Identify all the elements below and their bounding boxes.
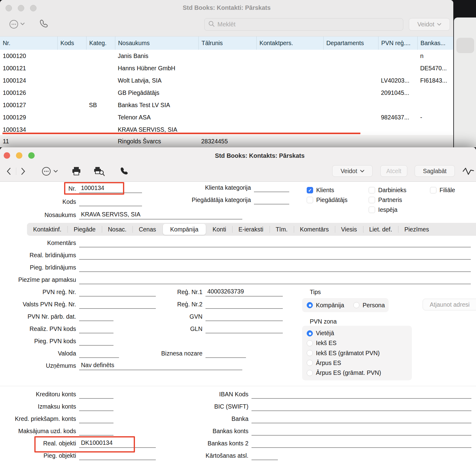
table-row[interactable]: 1000129Telenor ASA9824637...- <box>0 111 453 123</box>
window-close-button[interactable] <box>6 5 12 11</box>
tab-viesis[interactable]: Viesis <box>335 223 363 236</box>
forward-icon[interactable] <box>20 167 26 176</box>
reg-nr2-input[interactable] <box>205 300 283 309</box>
realiz-pvn-input[interactable] <box>79 325 113 333</box>
column-header-kateg[interactable]: Kateg. <box>86 37 115 50</box>
gln-input[interactable] <box>205 325 283 333</box>
save-button[interactable]: Saglabāt <box>415 165 455 177</box>
tab-tim[interactable]: Tīm. <box>270 223 294 236</box>
window-minimize-button[interactable] <box>18 5 24 11</box>
column-header-kods[interactable]: Kods <box>57 37 86 50</box>
print-preview-icon[interactable] <box>93 166 106 177</box>
section-divider <box>0 386 476 386</box>
radio-arpus-es-gramat[interactable]: Ārpus ES (grāmat. PVN) <box>307 369 412 376</box>
radio-persona[interactable]: Persona <box>353 302 385 309</box>
piegadataja-kategorija-input[interactable] <box>254 196 289 204</box>
piezime-par-apmaksu-input[interactable] <box>79 276 471 284</box>
checkbox-partneris[interactable]: Partneris <box>369 196 402 204</box>
table-header: Nr. Kods Kateg. Nosaukums Tālrunis Konta… <box>0 36 453 50</box>
column-header-pvn-reg[interactable]: PVN reģ.... <box>378 37 417 50</box>
radio-kompanija[interactable]: Kompānija <box>307 302 344 309</box>
search-field[interactable] <box>204 18 403 31</box>
pieg-objekti-input[interactable] <box>79 452 156 460</box>
activity-icon[interactable] <box>463 167 474 175</box>
table-row[interactable]: 11Ringolds Švarcs28324455 <box>0 135 453 147</box>
create-button[interactable]: Veidot <box>409 18 450 31</box>
tab-liet-def[interactable]: Liet. def. <box>363 223 398 236</box>
radio-ieks-es[interactable]: Iekš ES <box>307 340 412 347</box>
search-input[interactable] <box>217 21 399 28</box>
kods-input[interactable] <box>79 198 142 206</box>
create-button[interactable]: Veidot <box>332 165 373 177</box>
valoda-input[interactable] <box>79 349 119 358</box>
checkbox-iespeja[interactable]: Iespēja <box>369 206 397 213</box>
printer-icon[interactable] <box>71 166 82 176</box>
tab-e-ieraksti[interactable]: E-ieraksti <box>232 223 269 236</box>
more-options-icon[interactable] <box>9 20 18 29</box>
tab-konti[interactable]: Konti <box>206 223 232 236</box>
column-header-nosaukums[interactable]: Nosaukums <box>115 37 198 50</box>
checkbox-filiale[interactable]: Filiāle <box>430 187 455 194</box>
column-header-nr[interactable]: Nr. <box>0 37 57 50</box>
table-row[interactable]: 1000121Hanns Hübner GmbHDE5470... <box>0 62 453 74</box>
nosaukums-input[interactable]: KRAVA SERVISS, SIA <box>79 211 242 219</box>
table-row[interactable]: 1000126GB Piegādātājs2091045... <box>0 87 453 99</box>
bankas-konts-2-input[interactable] <box>251 439 471 448</box>
pieg-pvn-input[interactable] <box>79 337 113 346</box>
tab-kontaktinf[interactable]: Kontaktinf. <box>27 223 67 236</box>
pieg-bridinajums-input[interactable] <box>79 263 471 272</box>
window-zoom-button[interactable] <box>30 5 36 11</box>
field-pieg-pvn: Pieg. PVN kods <box>0 337 113 346</box>
window-minimize-button[interactable] <box>16 152 22 159</box>
table-row[interactable]: 1000124Wolt Latvija, SIALV40203...FI6184… <box>0 74 453 87</box>
tab-cenas[interactable]: Cenas <box>132 223 162 236</box>
biznesa-nozare-input[interactable] <box>205 349 246 358</box>
tips-radio-group: Kompānija Persona <box>302 298 389 312</box>
bic-input[interactable] <box>251 402 471 411</box>
tab-kompanija[interactable]: Kompānija <box>163 224 206 235</box>
chevron-down-icon[interactable] <box>53 170 58 173</box>
radio-arpus-es[interactable]: Ārpus ES <box>307 359 412 367</box>
kreditoru-konts-input[interactable] <box>79 390 113 399</box>
window-close-button[interactable] <box>4 152 10 159</box>
reg-nr1-input[interactable]: 40003263739 <box>205 288 283 297</box>
komentars-input[interactable] <box>79 239 471 247</box>
checkbox-icon <box>307 197 313 203</box>
maksajuma-uzd-kods-input[interactable] <box>79 427 113 436</box>
kartosanas-atsl-input[interactable] <box>251 452 278 460</box>
uznemums-input[interactable]: Nav definēts <box>79 362 242 370</box>
field-real-bridinajums: Real. brīdinājums <box>0 251 471 260</box>
gvn-input[interactable] <box>205 313 283 321</box>
column-header-bankas[interactable]: Bankas... <box>417 37 453 50</box>
phone-icon[interactable] <box>39 18 48 29</box>
radio-ieks-es-gramatot[interactable]: Iekš ES (grāmatot PVN) <box>307 350 412 357</box>
tab-komentars[interactable]: Komentārs <box>294 223 335 236</box>
checkbox-piegadatajs[interactable]: Piegādātājs <box>307 196 347 204</box>
klienta-kategorija-input[interactable] <box>254 184 289 192</box>
kred-prieksapm-konts-input[interactable] <box>79 415 113 423</box>
checkbox-darbinieks[interactable]: Darbinieks <box>369 187 406 194</box>
tab-piegade[interactable]: Piegāde <box>67 223 102 236</box>
column-header-talrunis[interactable]: Tālrunis <box>198 37 256 50</box>
window-zoom-button[interactable] <box>28 152 35 159</box>
more-options-icon[interactable] <box>42 167 51 176</box>
tab-piezimes[interactable]: Piezīmes <box>398 223 435 236</box>
banka-input[interactable] <box>251 415 471 423</box>
chevron-down-icon[interactable] <box>20 22 25 25</box>
column-header-kontaktpers[interactable]: Kontaktpers. <box>256 37 323 50</box>
phone-icon[interactable] <box>119 166 129 176</box>
pvn-parb-dat-input[interactable] <box>79 313 113 321</box>
table-row[interactable]: 1000120Janis Banisn <box>0 50 453 62</box>
tab-nosac[interactable]: Nosac. <box>102 223 133 236</box>
field-klienta-kategorija: Klienta kategorija <box>166 184 289 192</box>
izmaksu-konts-input[interactable] <box>79 402 113 411</box>
checkbox-klients[interactable]: Klients <box>307 187 334 194</box>
back-icon[interactable] <box>6 167 12 176</box>
table-row[interactable]: 1000127SBBankas Test LV SIA <box>0 99 453 111</box>
refresh-address-button[interactable]: Atjaunot adresi <box>423 299 476 310</box>
bankas-konts-input[interactable] <box>251 427 471 436</box>
iban-input[interactable] <box>251 390 471 399</box>
column-header-departaments[interactable]: Departaments <box>323 37 378 50</box>
real-bridinajums-input[interactable] <box>79 251 471 260</box>
radio-vieteja[interactable]: Vietējā <box>307 330 412 337</box>
